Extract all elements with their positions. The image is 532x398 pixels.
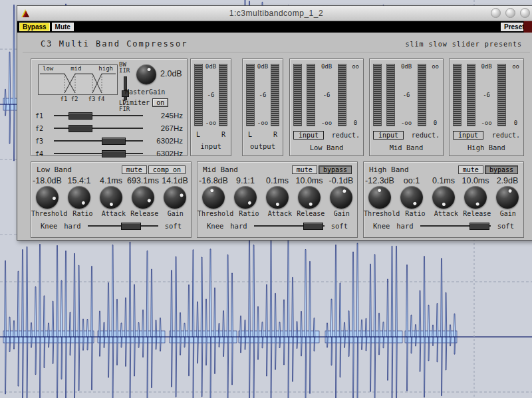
scale-minusinf: -oo — [401, 120, 412, 126]
knee-hard-label: hard — [396, 222, 413, 230]
meter-panel-name: Mid Band — [370, 144, 443, 151]
scale-0db: 0dB — [257, 64, 268, 70]
channel-right-label: R — [273, 131, 277, 138]
input-select-button[interactable]: input — [373, 131, 404, 140]
low-band-meter-panel: 0dB -6 -oo oo 0 input reduct. Low Band — [289, 58, 364, 156]
f1-handle[interactable] — [68, 112, 92, 120]
scale-inf: oo — [432, 64, 439, 70]
host-toolbar: Bypass Mute Preset — [17, 21, 532, 33]
attack-value: 0.1ms — [261, 176, 293, 185]
f4-slider[interactable] — [54, 153, 143, 154]
release-label: Release — [462, 210, 492, 217]
threshold-knob[interactable] — [36, 186, 59, 209]
f2-mark: f2 — [70, 96, 79, 102]
reduction-meter-bar — [418, 64, 426, 126]
f1-slider[interactable] — [54, 115, 143, 116]
f2-slider[interactable] — [54, 128, 143, 129]
release-knob[interactable] — [298, 186, 321, 209]
release-value: 693.1ms — [127, 176, 159, 185]
graph-label-mid: mid — [70, 65, 81, 72]
knee-handle[interactable] — [469, 223, 489, 230]
knee-handle[interactable] — [303, 223, 323, 230]
reduction-meter-bar — [497, 64, 506, 126]
band-mute-button[interactable]: mute — [458, 165, 483, 174]
knee-handle[interactable] — [121, 223, 141, 230]
attack-label: Attack — [265, 210, 295, 217]
attack-knob[interactable] — [100, 186, 122, 209]
mute-button-host[interactable]: Mute — [52, 23, 74, 31]
input-select-button[interactable]: input — [453, 131, 483, 140]
mid-band-control-panel: Mid Band mute bypass -16.8dB 9.1:1 0.1ms… — [197, 161, 358, 238]
ratio-label: Ratio — [67, 210, 98, 217]
filter-label-iir: IIR — [119, 68, 130, 74]
window-button-3[interactable] — [520, 8, 530, 18]
f1-mark: f1 — [59, 96, 68, 102]
attack-knob[interactable] — [266, 186, 289, 209]
band-mode-button[interactable]: bypass — [319, 165, 352, 174]
knee-label: Knee — [207, 222, 223, 230]
channel-right-label: R — [221, 131, 225, 138]
meter-bar — [293, 64, 302, 126]
band-mute-button[interactable]: mute — [292, 165, 317, 174]
bypass-button[interactable]: Bypass — [19, 23, 50, 31]
window-button-2[interactable] — [505, 8, 515, 18]
f4-label: f4 — [35, 150, 47, 157]
scale-0: 0 — [514, 120, 517, 126]
output-meter-panel: 0dB -6 -oo L R output — [242, 58, 283, 156]
high-band-meter-panel: 0dB -6 -oo oo 0 input reduct. High Band — [449, 58, 524, 156]
attack-label: Attack — [431, 210, 462, 217]
f4-handle[interactable] — [102, 150, 126, 157]
scale-minus6: -6 — [207, 92, 215, 98]
release-label: Release — [295, 210, 326, 217]
f2-handle[interactable] — [68, 125, 92, 132]
master-gain-knob[interactable] — [136, 64, 156, 84]
close-icon[interactable] — [523, 21, 532, 33]
ratio-knob[interactable] — [234, 186, 257, 209]
gain-value: 2.9dB — [491, 176, 523, 185]
f2-value: 267Hz — [150, 124, 183, 132]
knee-soft-label: soft — [165, 222, 182, 230]
window-button-1[interactable] — [491, 8, 501, 18]
limiter-toggle[interactable]: on — [152, 98, 168, 107]
input-select-button[interactable]: input — [293, 131, 324, 140]
knee-hard-label: hard — [64, 222, 80, 230]
knee-slider[interactable] — [88, 225, 158, 227]
knee-slider[interactable] — [420, 225, 491, 227]
title-bar[interactable]: 1:c3multibandcomp_1_2 — [17, 6, 532, 21]
scale-0db: 0dB — [401, 64, 412, 70]
scale-minus6: -6 — [259, 92, 267, 98]
band-mute-button[interactable]: mute — [122, 165, 147, 174]
crossover-panel: low mid high f1 f2 f3 f4 BW IIR LP FIR — [31, 58, 188, 156]
threshold-label: Threshold — [364, 210, 400, 217]
gain-knob[interactable] — [164, 186, 186, 209]
ratio-knob[interactable] — [68, 186, 90, 209]
band-mode-button[interactable]: bypass — [485, 165, 518, 174]
band-mode-button[interactable]: comp on — [148, 165, 186, 174]
scale-minusinf: -oo — [481, 120, 491, 126]
f4-value: 6302Hz — [150, 149, 183, 157]
attack-knob[interactable] — [432, 186, 455, 209]
knee-slider[interactable] — [254, 225, 325, 227]
release-knob[interactable] — [132, 186, 154, 209]
meter-bar — [373, 64, 382, 126]
f3-slider[interactable] — [54, 140, 143, 142]
gain-knob[interactable] — [330, 186, 352, 209]
ratio-knob[interactable] — [400, 186, 423, 209]
freq-slider-row-f1: f1 245Hz — [35, 110, 183, 122]
release-value: 10.0ms — [293, 176, 325, 185]
plugin-window: 1:c3multibandcomp_1_2 Bypass Mute Preset… — [17, 5, 532, 241]
f3-handle[interactable] — [102, 138, 126, 145]
high-band-control-panel: High Band mute bypass -12.3dB oo:1 0.1ms… — [363, 161, 524, 238]
gain-label: Gain — [160, 210, 191, 217]
gain-knob[interactable] — [496, 186, 519, 209]
graph-label-high: high — [98, 65, 113, 72]
reduct-label: reduct. — [492, 132, 520, 139]
meter-bar — [194, 64, 203, 126]
scale-minusinf: -oo — [205, 120, 216, 126]
scale-minus6: -6 — [403, 92, 410, 98]
input-meter-panel: 0dB -6 -oo L R input — [190, 58, 231, 156]
threshold-knob[interactable] — [368, 186, 391, 209]
meter-panel-name: output — [243, 142, 283, 150]
threshold-knob[interactable] — [202, 186, 225, 209]
release-knob[interactable] — [464, 186, 487, 209]
